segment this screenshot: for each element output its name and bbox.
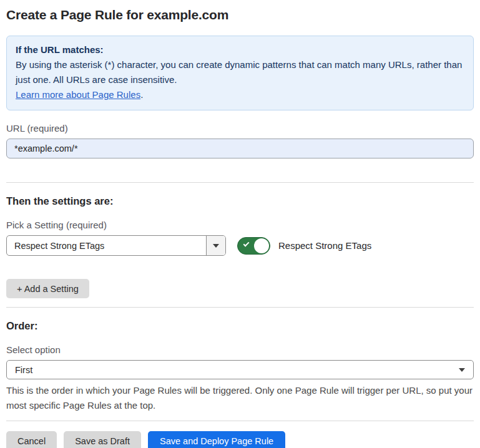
order-help-text: This is the order in which your Page Rul… <box>6 383 474 413</box>
setting-picker-label: Pick a Setting (required) <box>6 220 474 230</box>
section-divider <box>6 182 474 183</box>
link-period: . <box>140 89 143 100</box>
setting-dropdown-arrow-box[interactable] <box>206 236 225 255</box>
save-deploy-button[interactable]: Save and Deploy Page Rule <box>148 431 285 448</box>
order-select-label: Select option <box>6 344 474 355</box>
learn-more-link[interactable]: Learn more about Page Rules <box>16 89 140 100</box>
url-match-info-box: If the URL matches: By using the asteris… <box>6 36 474 110</box>
save-draft-button[interactable]: Save as Draft <box>64 431 141 448</box>
chevron-down-icon <box>459 368 465 372</box>
info-box-link-line: Learn more about Page Rules. <box>16 87 464 102</box>
setting-dropdown[interactable]: Respect Strong ETags <box>6 235 226 256</box>
cancel-button[interactable]: Cancel <box>6 431 57 448</box>
toggle-knob <box>254 238 269 253</box>
add-setting-button[interactable]: + Add a Setting <box>6 279 89 298</box>
page-rule-form: Create a Page Rule for example.com If th… <box>0 0 480 448</box>
toggle-setting-label: Respect Strong ETags <box>278 240 371 251</box>
order-section-heading: Order: <box>6 320 474 332</box>
chevron-down-icon <box>213 244 219 248</box>
order-select[interactable]: First <box>6 360 474 379</box>
setting-toggle[interactable] <box>237 237 270 255</box>
info-box-heading: If the URL matches: <box>16 42 464 57</box>
url-field-label: URL (required) <box>6 123 474 134</box>
footer-divider <box>6 421 474 421</box>
check-icon <box>243 240 250 246</box>
settings-section-heading: Then the settings are: <box>6 195 474 207</box>
info-box-body: By using the asterisk (*) character, you… <box>16 57 464 87</box>
setting-dropdown-value: Respect Strong ETags <box>7 236 206 255</box>
footer-actions: Cancel Save as Draft Save and Deploy Pag… <box>6 431 474 448</box>
setting-row: Respect Strong ETags Respect Strong ETag… <box>6 235 474 256</box>
page-title: Create a Page Rule for example.com <box>6 7 474 22</box>
order-select-value: First <box>15 365 32 375</box>
url-input[interactable] <box>6 139 474 158</box>
section-divider <box>6 307 474 308</box>
